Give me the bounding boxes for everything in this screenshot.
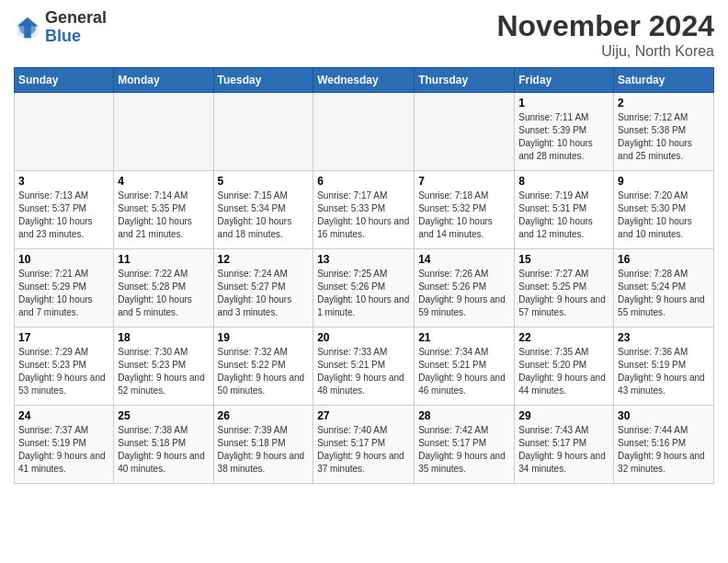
day-number: 8 bbox=[518, 175, 609, 188]
calendar-table: SundayMondayTuesdayWednesdayThursdayFrid… bbox=[14, 67, 714, 484]
day-info: Sunrise: 7:12 AM Sunset: 5:38 PM Dayligh… bbox=[618, 111, 710, 163]
logo-general: General bbox=[45, 9, 107, 28]
day-info: Sunrise: 7:21 AM Sunset: 5:29 PM Dayligh… bbox=[18, 268, 109, 319]
day-info: Sunrise: 7:26 AM Sunset: 5:26 PM Dayligh… bbox=[418, 268, 510, 319]
calendar-cell bbox=[213, 93, 313, 171]
day-info: Sunrise: 7:25 AM Sunset: 5:26 PM Dayligh… bbox=[317, 268, 410, 319]
calendar-cell: 8Sunrise: 7:19 AM Sunset: 5:31 PM Daylig… bbox=[515, 171, 614, 249]
day-number: 11 bbox=[118, 253, 209, 266]
day-number: 12 bbox=[218, 253, 310, 266]
calendar-cell: 2Sunrise: 7:12 AM Sunset: 5:38 PM Daylig… bbox=[614, 93, 714, 171]
calendar-cell: 12Sunrise: 7:24 AM Sunset: 5:27 PM Dayli… bbox=[213, 249, 313, 327]
calendar-cell: 13Sunrise: 7:25 AM Sunset: 5:26 PM Dayli… bbox=[313, 249, 415, 327]
day-number: 16 bbox=[618, 253, 710, 266]
day-info: Sunrise: 7:11 AM Sunset: 5:39 PM Dayligh… bbox=[518, 111, 609, 163]
calendar-cell bbox=[313, 93, 415, 171]
day-number: 20 bbox=[317, 331, 410, 344]
day-info: Sunrise: 7:15 AM Sunset: 5:34 PM Dayligh… bbox=[218, 190, 310, 241]
calendar-cell: 9Sunrise: 7:20 AM Sunset: 5:30 PM Daylig… bbox=[614, 171, 714, 249]
day-number: 2 bbox=[618, 97, 710, 109]
calendar-header-saturday: Saturday bbox=[614, 68, 714, 93]
day-number: 14 bbox=[418, 253, 510, 266]
day-info: Sunrise: 7:18 AM Sunset: 5:32 PM Dayligh… bbox=[418, 190, 510, 241]
calendar-cell: 25Sunrise: 7:38 AM Sunset: 5:18 PM Dayli… bbox=[114, 406, 213, 484]
day-number: 3 bbox=[18, 175, 109, 188]
day-info: Sunrise: 7:28 AM Sunset: 5:24 PM Dayligh… bbox=[618, 268, 710, 319]
day-info: Sunrise: 7:24 AM Sunset: 5:27 PM Dayligh… bbox=[218, 268, 310, 319]
day-number: 13 bbox=[317, 253, 410, 266]
location: Uiju, North Korea bbox=[496, 43, 714, 60]
day-info: Sunrise: 7:42 AM Sunset: 5:17 PM Dayligh… bbox=[418, 424, 510, 476]
day-info: Sunrise: 7:32 AM Sunset: 5:22 PM Dayligh… bbox=[218, 346, 310, 397]
calendar-cell bbox=[15, 93, 114, 171]
calendar-cell: 29Sunrise: 7:43 AM Sunset: 5:17 PM Dayli… bbox=[515, 406, 614, 484]
day-info: Sunrise: 7:44 AM Sunset: 5:16 PM Dayligh… bbox=[618, 424, 710, 476]
day-number: 17 bbox=[18, 331, 109, 344]
day-info: Sunrise: 7:38 AM Sunset: 5:18 PM Dayligh… bbox=[118, 424, 209, 476]
logo-icon bbox=[14, 14, 41, 41]
calendar-header-sunday: Sunday bbox=[15, 68, 114, 93]
day-info: Sunrise: 7:14 AM Sunset: 5:35 PM Dayligh… bbox=[118, 190, 209, 241]
calendar-cell: 26Sunrise: 7:39 AM Sunset: 5:18 PM Dayli… bbox=[213, 406, 313, 484]
day-info: Sunrise: 7:30 AM Sunset: 5:23 PM Dayligh… bbox=[118, 346, 209, 397]
title-area: November 2024 Uiju, North Korea bbox=[496, 9, 714, 60]
calendar-cell: 14Sunrise: 7:26 AM Sunset: 5:26 PM Dayli… bbox=[415, 249, 515, 327]
calendar-header-tuesday: Tuesday bbox=[213, 68, 313, 93]
calendar-cell: 17Sunrise: 7:29 AM Sunset: 5:23 PM Dayli… bbox=[15, 327, 114, 406]
day-info: Sunrise: 7:20 AM Sunset: 5:30 PM Dayligh… bbox=[618, 190, 710, 241]
day-info: Sunrise: 7:13 AM Sunset: 5:37 PM Dayligh… bbox=[18, 190, 109, 241]
day-number: 9 bbox=[618, 175, 710, 188]
day-info: Sunrise: 7:37 AM Sunset: 5:19 PM Dayligh… bbox=[18, 424, 109, 476]
day-info: Sunrise: 7:35 AM Sunset: 5:20 PM Dayligh… bbox=[518, 346, 609, 397]
calendar-cell: 20Sunrise: 7:33 AM Sunset: 5:21 PM Dayli… bbox=[313, 327, 415, 406]
calendar-cell: 30Sunrise: 7:44 AM Sunset: 5:16 PM Dayli… bbox=[614, 406, 714, 484]
calendar-cell: 7Sunrise: 7:18 AM Sunset: 5:32 PM Daylig… bbox=[415, 171, 515, 249]
day-info: Sunrise: 7:43 AM Sunset: 5:17 PM Dayligh… bbox=[518, 424, 609, 476]
calendar-cell: 16Sunrise: 7:28 AM Sunset: 5:24 PM Dayli… bbox=[614, 249, 714, 327]
day-number: 1 bbox=[518, 97, 609, 109]
day-info: Sunrise: 7:34 AM Sunset: 5:21 PM Dayligh… bbox=[418, 346, 510, 397]
day-info: Sunrise: 7:33 AM Sunset: 5:21 PM Dayligh… bbox=[317, 346, 410, 397]
day-number: 25 bbox=[118, 409, 209, 422]
calendar-cell: 6Sunrise: 7:17 AM Sunset: 5:33 PM Daylig… bbox=[313, 171, 415, 249]
day-number: 29 bbox=[518, 409, 609, 422]
logo-blue: Blue bbox=[45, 28, 107, 46]
header: General Blue November 2024 Uiju, North K… bbox=[14, 9, 714, 60]
calendar-cell: 23Sunrise: 7:36 AM Sunset: 5:19 PM Dayli… bbox=[614, 327, 714, 406]
calendar-cell: 21Sunrise: 7:34 AM Sunset: 5:21 PM Dayli… bbox=[415, 327, 515, 406]
day-info: Sunrise: 7:36 AM Sunset: 5:19 PM Dayligh… bbox=[618, 346, 710, 397]
calendar-week-2: 3Sunrise: 7:13 AM Sunset: 5:37 PM Daylig… bbox=[15, 171, 714, 249]
calendar-cell: 19Sunrise: 7:32 AM Sunset: 5:22 PM Dayli… bbox=[213, 327, 313, 406]
calendar-cell: 4Sunrise: 7:14 AM Sunset: 5:35 PM Daylig… bbox=[114, 171, 213, 249]
calendar-cell: 10Sunrise: 7:21 AM Sunset: 5:29 PM Dayli… bbox=[15, 249, 114, 327]
calendar-cell: 3Sunrise: 7:13 AM Sunset: 5:37 PM Daylig… bbox=[15, 171, 114, 249]
day-number: 24 bbox=[18, 409, 109, 422]
day-number: 5 bbox=[218, 175, 310, 188]
calendar-cell: 5Sunrise: 7:15 AM Sunset: 5:34 PM Daylig… bbox=[213, 171, 313, 249]
day-info: Sunrise: 7:40 AM Sunset: 5:17 PM Dayligh… bbox=[317, 424, 410, 476]
calendar-week-1: 1Sunrise: 7:11 AM Sunset: 5:39 PM Daylig… bbox=[15, 93, 714, 171]
calendar-header-row: SundayMondayTuesdayWednesdayThursdayFrid… bbox=[15, 68, 714, 93]
day-info: Sunrise: 7:27 AM Sunset: 5:25 PM Dayligh… bbox=[518, 268, 609, 319]
day-number: 15 bbox=[518, 253, 609, 266]
calendar-header-thursday: Thursday bbox=[415, 68, 515, 93]
calendar-header-wednesday: Wednesday bbox=[313, 68, 415, 93]
day-number: 10 bbox=[18, 253, 109, 266]
day-info: Sunrise: 7:17 AM Sunset: 5:33 PM Dayligh… bbox=[317, 190, 410, 241]
calendar-cell: 15Sunrise: 7:27 AM Sunset: 5:25 PM Dayli… bbox=[515, 249, 614, 327]
calendar-cell bbox=[114, 93, 213, 171]
logo: General Blue bbox=[14, 9, 107, 46]
calendar-cell: 22Sunrise: 7:35 AM Sunset: 5:20 PM Dayli… bbox=[515, 327, 614, 406]
calendar-header-friday: Friday bbox=[515, 68, 614, 93]
day-number: 27 bbox=[317, 409, 410, 422]
day-info: Sunrise: 7:22 AM Sunset: 5:28 PM Dayligh… bbox=[118, 268, 209, 319]
calendar-cell bbox=[415, 93, 515, 171]
day-info: Sunrise: 7:29 AM Sunset: 5:23 PM Dayligh… bbox=[18, 346, 109, 397]
day-number: 7 bbox=[418, 175, 510, 188]
calendar-header-monday: Monday bbox=[114, 68, 213, 93]
calendar-cell: 28Sunrise: 7:42 AM Sunset: 5:17 PM Dayli… bbox=[415, 406, 515, 484]
page-container: General Blue November 2024 Uiju, North K… bbox=[0, 0, 728, 493]
day-number: 19 bbox=[218, 331, 310, 344]
day-number: 4 bbox=[118, 175, 209, 188]
logo-text: General Blue bbox=[45, 9, 107, 46]
